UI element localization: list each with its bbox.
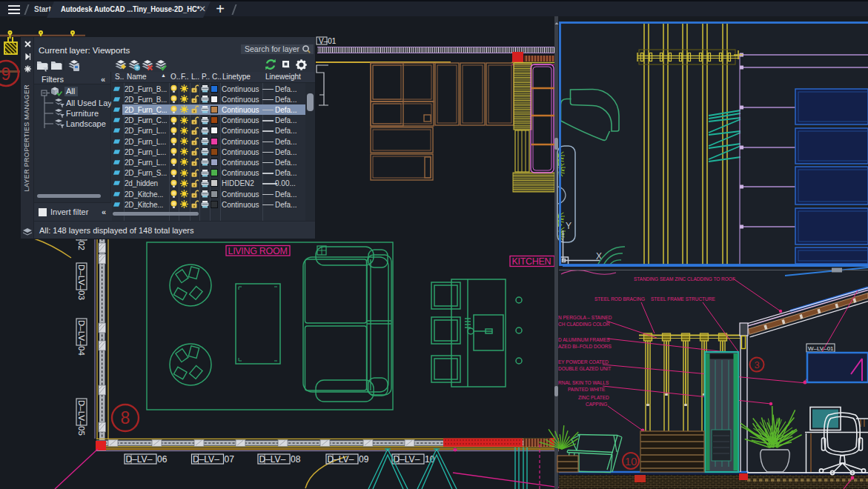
- svg-text:All Used Laye: All Used Laye: [66, 99, 111, 107]
- svg-text:V–01: V–01: [319, 37, 337, 45]
- svg-text:D–LV–: D–LV–: [77, 320, 86, 346]
- svg-text:KITCHEN: KITCHEN: [512, 256, 551, 267]
- svg-text:LIVING ROOM: LIVING ROOM: [228, 246, 288, 256]
- svg-text:STEEL ROD BRACING: STEEL ROD BRACING: [594, 296, 645, 302]
- svg-text:D–LV–: D–LV–: [77, 265, 86, 290]
- svg-text:EY POWDER COATED: EY POWDER COATED: [558, 359, 609, 365]
- svg-text:10: 10: [625, 455, 637, 468]
- svg-text:CH CLADDING COLOR: CH CLADDING COLOR: [558, 322, 610, 327]
- svg-text:3: 3: [754, 359, 759, 370]
- svg-text:06: 06: [157, 454, 168, 465]
- svg-text:8: 8: [121, 408, 130, 428]
- svg-text:02: 02: [77, 241, 86, 250]
- svg-text:PAINTED WHITE: PAINTED WHITE: [568, 387, 606, 392]
- svg-text:AZED BI–FOLD DOORS: AZED BI–FOLD DOORS: [558, 344, 612, 349]
- svg-text:W–LV–01: W–LV–01: [808, 345, 834, 352]
- svg-text:09: 09: [359, 454, 369, 465]
- svg-text:N PERGOLA – STAINED: N PERGOLA – STAINED: [558, 315, 612, 320]
- svg-text:D–LV–: D–LV–: [77, 400, 86, 426]
- svg-text:Furniture: Furniture: [66, 109, 99, 118]
- svg-text:D–LV–: D–LV–: [259, 454, 286, 465]
- svg-text:03: 03: [77, 290, 86, 300]
- svg-text:D–LV–: D–LV–: [328, 454, 354, 465]
- svg-text:07: 07: [225, 454, 235, 465]
- svg-text:05: 05: [77, 426, 86, 436]
- svg-text:CAPPING: CAPPING: [586, 402, 607, 407]
- svg-text:Y: Y: [566, 221, 572, 231]
- svg-text:ZINC PLATED: ZINC PLATED: [578, 395, 609, 400]
- svg-text:9: 9: [1, 64, 11, 84]
- svg-text:D–LV–: D–LV–: [394, 454, 420, 465]
- svg-text:08: 08: [291, 454, 301, 465]
- svg-text:All: All: [66, 87, 75, 96]
- svg-text:D ALUMINUM FRAMES: D ALUMINUM FRAMES: [558, 337, 610, 342]
- svg-text:RNAL SKIN TO WALLS: RNAL SKIN TO WALLS: [558, 380, 609, 385]
- svg-text:STANDING SEAM ZINC CLADDING TO: STANDING SEAM ZINC CLADDING TO ROOF: [634, 276, 735, 282]
- svg-text:D–LV–: D–LV–: [193, 454, 219, 465]
- svg-text:DOUBLE GLAZED UNIT: DOUBLE GLAZED UNIT: [558, 366, 612, 371]
- svg-text:Landscape: Landscape: [66, 119, 106, 128]
- svg-text:D–LV–: D–LV–: [126, 454, 153, 465]
- svg-text:04: 04: [77, 346, 86, 356]
- svg-text:STEEL FRAME STRUCTURE: STEEL FRAME STRUCTURE: [651, 296, 715, 302]
